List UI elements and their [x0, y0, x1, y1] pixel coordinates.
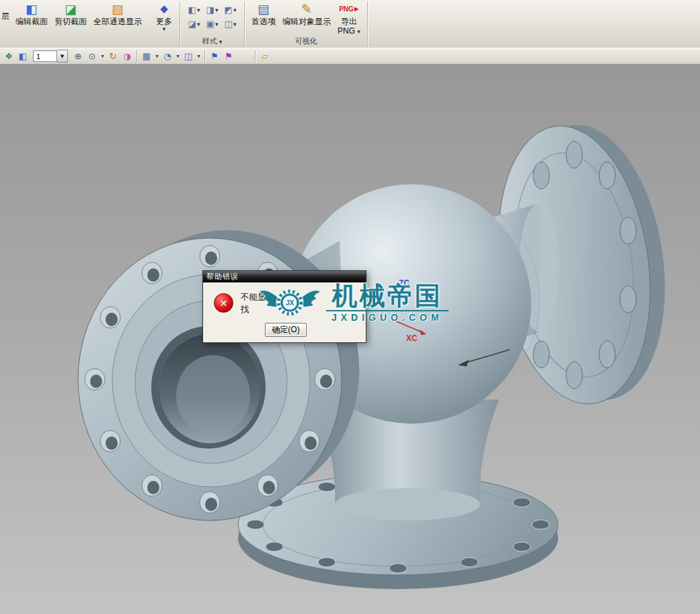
- examine-icon: ⊙: [89, 51, 96, 61]
- dropdown-solid-icon: ▼: [61, 54, 64, 59]
- ribbon-separator: [244, 1, 245, 46]
- watermark-logo-text: JX: [286, 299, 295, 307]
- dialog-title-bar[interactable]: 帮助错误: [203, 271, 366, 282]
- refresh-button[interactable]: ↻: [106, 50, 120, 63]
- grid-button[interactable]: ▦: [140, 50, 153, 63]
- dropdown-icon: ▾: [215, 7, 219, 13]
- render-style-icon: ◔: [163, 51, 171, 61]
- dropdown-icon[interactable]: ▾: [100, 53, 106, 59]
- more-icon: ◆: [155, 1, 173, 17]
- shaded-display-icon: ◧: [19, 51, 27, 61]
- export-label-line2: PNG ▾: [338, 26, 360, 36]
- style-option-button[interactable]: ◪ ▾: [185, 17, 203, 31]
- flag-blue-icon: ⚑: [210, 51, 219, 61]
- visualization-group: ▤ 首选项 ✎ 编辑对象显示 PNG ▶ 导出 PNG ▾ 可视化: [247, 0, 365, 48]
- secondary-toolbar: ❖ ◧ 1 ▼ ⊕ ⊙ ▾ ↻ ◑ ▦ ▾ ◔ ▾ ◫ ▾ ⚑ ⚑ ▱: [0, 48, 700, 65]
- ok-button[interactable]: 确定(O): [265, 323, 307, 337]
- display-section-icon: ❖: [5, 51, 13, 61]
- work-layer-value[interactable]: 1: [33, 50, 57, 62]
- watermark-title: 机械帝国: [332, 282, 442, 309]
- visualization-group-footer: 可视化: [248, 36, 364, 48]
- more-button[interactable]: ◆ 更多 ▾: [152, 1, 176, 32]
- flag-purple-icon: ⚑: [225, 51, 233, 61]
- dropdown-icon[interactable]: ▾: [196, 53, 202, 59]
- style-group: ◧ ▾ ◨ ▾ ◩ ▾ ◪ ▾ ▣ ▾ ◫ ▾: [182, 0, 242, 48]
- translucent-display-icon: ▧: [109, 1, 126, 17]
- ribbon-separator: [180, 1, 180, 46]
- dropdown-icon[interactable]: ▾: [154, 53, 160, 59]
- examine-button[interactable]: ⊙: [85, 50, 99, 63]
- orient-view-button[interactable]: ◫: [182, 50, 195, 63]
- dropdown-icon: ▾: [197, 22, 200, 27]
- style-group-dropdown-icon: ▾: [219, 38, 223, 45]
- render-style-button[interactable]: ◔: [161, 50, 174, 63]
- watermark-subtitle: JXDIGUO.COM: [326, 310, 449, 323]
- style-option-button[interactable]: ◩ ▾: [221, 3, 239, 17]
- toolbar-separator: [204, 50, 205, 63]
- dropdown-icon: ▾: [233, 7, 237, 13]
- preferences-label: 首选项: [251, 17, 276, 26]
- clipped-left-label: 层: [0, 0, 11, 48]
- clip-section-icon: ◪: [62, 1, 79, 17]
- style-option-button[interactable]: ◨ ▾: [203, 3, 221, 17]
- section-group: ◧ 编辑截面 ◪ 剪切截面 ▧ 全部通透显示 ◆ 更多 ▾: [11, 0, 178, 48]
- more-dropdown-icon: ▾: [163, 26, 166, 32]
- watermark-logo-winged-gear-icon: JX: [258, 285, 322, 320]
- highlight-icon: ◑: [123, 51, 130, 61]
- section-group-footer: [12, 38, 176, 48]
- studio-style-icon: ◩: [225, 5, 233, 15]
- style-group-footer[interactable]: 样式 ▾: [184, 36, 241, 48]
- zoom-button[interactable]: ⊕: [71, 50, 85, 63]
- export-png-button[interactable]: PNG ▶ 导出 PNG ▾: [334, 1, 364, 36]
- ribbon-toolbar: 层 ◧ 编辑截面 ◪ 剪切截面 ▧ 全部通透显示 ◆ 更多 ▾: [0, 0, 700, 48]
- work-layer-combo[interactable]: 1 ▼: [33, 50, 68, 63]
- edit-object-display-button[interactable]: ✎ 编辑对象显示: [279, 1, 334, 26]
- export-png-icon: PNG ▶: [339, 1, 359, 17]
- edit-section-icon: ◧: [23, 1, 40, 17]
- grid-icon: ▦: [143, 51, 151, 61]
- flag-blue-button[interactable]: ⚑: [208, 50, 221, 63]
- error-icon: ✕: [214, 293, 233, 313]
- orient-view-icon: ◫: [184, 51, 192, 61]
- dialog-title: 帮助错误: [206, 272, 239, 280]
- dropdown-icon: ▾: [233, 22, 237, 27]
- style-option-button[interactable]: ▣ ▾: [203, 17, 221, 31]
- toolbar-separator: [255, 50, 256, 63]
- show-all-translucent-button[interactable]: ▧ 全部通透显示: [90, 1, 145, 26]
- refresh-icon: ↻: [110, 51, 117, 61]
- edit-section-label: 编辑截面: [15, 17, 48, 26]
- work-layer-dropdown-button[interactable]: ▼: [57, 50, 68, 63]
- wireframe-style-icon: ◨: [206, 5, 215, 15]
- export-dropdown-icon: ▾: [357, 28, 360, 35]
- edit-object-display-icon: ✎: [298, 1, 315, 17]
- ribbon-separator: [367, 1, 368, 46]
- flag-purple-button[interactable]: ⚑: [222, 50, 235, 63]
- style-group-label: 样式: [202, 37, 217, 45]
- ruler-icon: ▱: [262, 51, 268, 61]
- xc-axis-label: XC: [406, 334, 418, 343]
- png-file-icon-text: PNG: [339, 5, 354, 13]
- static-wireframe-style-icon: ◫: [225, 19, 233, 29]
- watermark: JX 机械帝国 JXDIGUO.COM: [258, 282, 449, 323]
- style-option-button[interactable]: ◫ ▾: [221, 17, 239, 31]
- clip-section-label: 剪切截面: [54, 17, 87, 26]
- export-label-line1: 导出: [341, 17, 357, 26]
- visualization-group-label: 可视化: [295, 37, 317, 45]
- clip-section-button[interactable]: ◪ 剪切截面: [51, 1, 90, 26]
- dropdown-icon: ▾: [215, 22, 219, 27]
- highlight-button[interactable]: ◑: [120, 50, 134, 63]
- dropdown-icon[interactable]: ▾: [175, 53, 181, 59]
- partially-shaded-style-icon: ▣: [206, 19, 215, 29]
- png-arrow-icon: ▶: [354, 5, 359, 12]
- dropdown-icon: ▾: [197, 7, 200, 13]
- shaded-display-button[interactable]: ◧: [16, 50, 30, 63]
- shaded-style-icon: ◧: [188, 5, 196, 15]
- translucent-label: 全部通透显示: [93, 17, 142, 26]
- face-analysis-style-icon: ◪: [188, 19, 196, 29]
- ruler-button[interactable]: ▱: [258, 50, 272, 63]
- preferences-button[interactable]: ▤ 首选项: [248, 1, 279, 26]
- style-option-button[interactable]: ◧ ▾: [185, 3, 203, 17]
- display-section-button[interactable]: ❖: [2, 50, 15, 63]
- preferences-icon: ▤: [255, 1, 272, 17]
- edit-section-button[interactable]: ◧ 编辑截面: [12, 1, 51, 26]
